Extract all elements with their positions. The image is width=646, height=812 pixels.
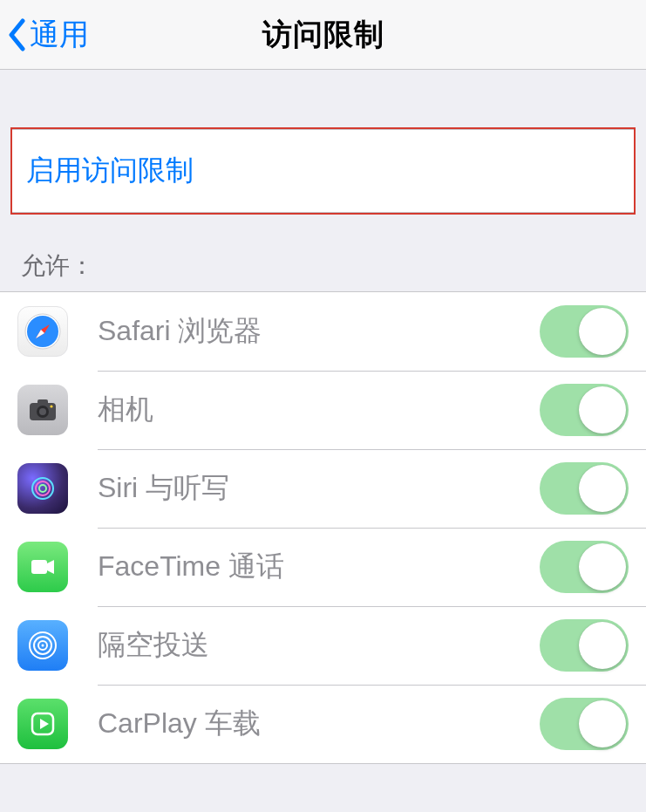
svg-point-11	[39, 485, 46, 492]
svg-point-10	[36, 481, 50, 495]
row-camera: 相机	[0, 371, 646, 449]
siri-icon	[17, 463, 68, 514]
airdrop-icon	[17, 620, 68, 671]
row-siri-toggle[interactable]	[540, 462, 629, 515]
allow-section-header: 允许：	[0, 215, 646, 291]
row-carplay: CarPlay 车载	[0, 685, 646, 763]
row-camera-toggle[interactable]	[540, 384, 629, 436]
row-airdrop: 隔空投送	[0, 606, 646, 685]
spacer	[0, 764, 646, 801]
facetime-icon	[17, 542, 68, 592]
camera-icon	[17, 385, 68, 435]
row-safari: Safari 浏览器	[0, 292, 646, 371]
safari-icon	[17, 306, 68, 357]
chevron-left-icon	[7, 18, 26, 51]
svg-point-7	[39, 408, 46, 415]
svg-point-8	[50, 405, 52, 407]
row-safari-toggle[interactable]	[540, 305, 629, 358]
svg-marker-13	[47, 560, 54, 574]
row-airdrop-label: 隔空投送	[98, 626, 540, 665]
row-siri: Siri 与听写	[0, 449, 646, 528]
back-button[interactable]: 通用	[7, 0, 89, 70]
enable-restrictions-label: 启用访问限制	[26, 152, 194, 190]
row-facetime-label: FaceTime 通话	[98, 548, 540, 586]
back-label: 通用	[30, 15, 89, 55]
row-siri-label: Siri 与听写	[98, 469, 540, 508]
svg-point-17	[42, 645, 44, 647]
enable-restrictions-highlight: 启用访问限制	[10, 127, 636, 215]
row-facetime: FaceTime 通话	[0, 528, 646, 606]
navbar: 通用 访问限制	[0, 0, 646, 70]
page-title: 访问限制	[262, 15, 384, 55]
row-camera-label: 相机	[98, 391, 540, 429]
row-airdrop-toggle[interactable]	[540, 619, 629, 672]
row-facetime-toggle[interactable]	[540, 541, 629, 593]
svg-rect-5	[37, 399, 48, 405]
row-safari-label: Safari 浏览器	[98, 312, 540, 351]
allow-list: Safari 浏览器 相机 Siri 与听写	[0, 291, 646, 764]
carplay-icon	[17, 699, 68, 749]
enable-restrictions-row[interactable]: 启用访问限制	[12, 129, 634, 213]
row-carplay-toggle[interactable]	[540, 698, 629, 750]
row-carplay-label: CarPlay 车载	[98, 705, 540, 743]
svg-marker-19	[40, 719, 49, 729]
spacer	[0, 70, 646, 127]
svg-rect-12	[31, 560, 47, 574]
